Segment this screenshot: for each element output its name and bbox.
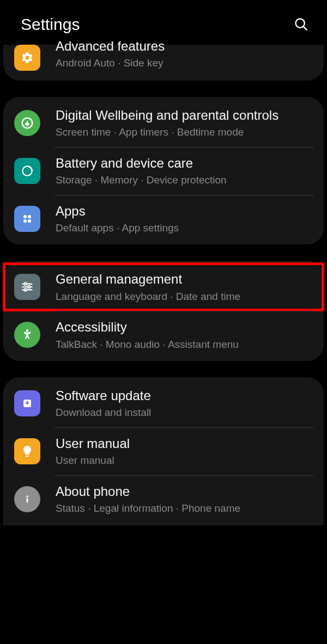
settings-item-text: Software update Download and install [56,387,151,420]
settings-item-text: User manual User manual [56,435,130,468]
settings-item-subtitle: Language and keyboard · Date and time [56,290,240,304]
settings-item-subtitle: Download and install [56,406,151,420]
settings-item-advanced-features[interactable]: Advanced features Android Auto · Side ke… [3,45,324,78]
svg-point-11 [28,286,30,288]
wellbeing-icon [14,110,40,136]
settings-item-text: Digital Wellbeing and parental controls … [56,107,278,139]
battery-care-icon [14,158,40,184]
settings-item-software-update[interactable]: Software update Download and install [3,379,324,427]
settings-group: Digital Wellbeing and parental controls … [3,97,324,244]
settings-item-battery-care[interactable]: Battery and device care Storage · Memory… [3,147,324,195]
apps-icon [14,206,40,232]
svg-line-1 [304,27,307,30]
svg-point-6 [23,219,27,223]
settings-item-title: Software update [56,387,151,404]
settings-group: Software update Download and install Use… [3,377,324,525]
settings-item-title: Digital Wellbeing and parental controls [56,107,278,124]
search-button[interactable] [292,15,311,34]
svg-rect-17 [27,498,28,502]
user-manual-icon [14,438,40,464]
settings-item-title: Apps [56,203,179,219]
search-icon [294,17,309,32]
settings-item-title: About phone [56,483,240,500]
settings-item-text: General management Language and keyboard… [56,271,240,303]
svg-point-14 [26,329,29,332]
settings-item-subtitle: TalkBack · Mono audio · Assistant menu [56,338,239,352]
settings-item-subtitle: Status · Legal information · Phone name [56,501,240,516]
svg-point-13 [25,289,27,291]
settings-item-text: Accessibility TalkBack · Mono audio · As… [56,318,239,351]
settings-item-subtitle: Storage · Memory · Device protection [56,173,227,187]
settings-item-subtitle: Android Auto · Side key [56,56,165,70]
settings-group: General management Language and keyboard… [3,261,324,361]
settings-item-title: Accessibility [56,318,239,335]
svg-point-7 [28,219,31,223]
settings-group: Advanced features Android Auto · Side ke… [3,45,324,81]
settings-item-title: Advanced features [56,38,165,54]
svg-point-9 [25,283,27,285]
settings-item-title: General management [56,271,240,287]
svg-point-5 [28,215,31,218]
advanced-features-icon [14,45,40,71]
settings-item-subtitle: Default apps · App settings [56,221,179,235]
settings-item-apps[interactable]: Apps Default apps · App settings [3,195,324,243]
settings-item-about-phone[interactable]: About phone Status · Legal information ·… [3,475,324,523]
software-update-icon [14,390,40,416]
settings-item-subtitle: Screen time · App timers · Bedtime mode [56,125,278,139]
settings-item-text: Apps Default apps · App settings [56,203,179,235]
settings-item-accessibility[interactable]: Accessibility TalkBack · Mono audio · As… [3,311,324,359]
accessibility-icon [14,322,40,348]
general-management-icon [14,274,40,300]
settings-item-user-manual[interactable]: User manual User manual [3,427,324,475]
settings-item-title: Battery and device care [56,155,227,171]
settings-item-title: User manual [56,435,130,452]
svg-point-0 [296,19,305,28]
settings-item-text: Battery and device care Storage · Memory… [56,155,227,187]
about-phone-icon [14,486,40,512]
svg-point-4 [23,215,27,218]
settings-item-general-management[interactable]: General management Language and keyboard… [3,263,324,311]
svg-point-16 [26,495,28,498]
settings-item-subtitle: User manual [56,453,130,468]
settings-item-text: Advanced features Android Auto · Side ke… [56,45,165,70]
settings-item-digital-wellbeing[interactable]: Digital Wellbeing and parental controls … [3,99,324,147]
page-title: Settings [21,15,80,34]
settings-item-text: About phone Status · Legal information ·… [56,483,240,516]
